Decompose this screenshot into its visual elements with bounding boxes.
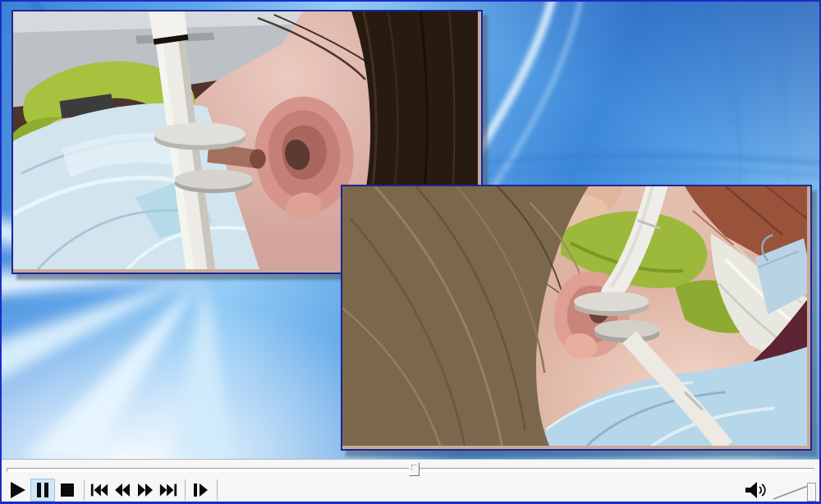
fast-forward-icon bbox=[135, 480, 155, 500]
volume-slider[interactable] bbox=[773, 483, 809, 501]
video-display-area bbox=[2, 2, 819, 459]
skip-end-icon bbox=[158, 480, 178, 500]
volume-control bbox=[744, 478, 816, 502]
transport-buttons bbox=[2, 478, 819, 502]
video-player-window bbox=[0, 0, 821, 504]
seek-bar[interactable] bbox=[2, 460, 819, 478]
playback-controls bbox=[2, 459, 819, 502]
skip-end-button[interactable] bbox=[158, 479, 179, 502]
fast-forward-button[interactable] bbox=[135, 479, 156, 502]
step-forward-icon bbox=[190, 480, 210, 500]
seek-thumb[interactable] bbox=[409, 462, 420, 476]
divider bbox=[217, 479, 218, 501]
divider bbox=[84, 479, 85, 501]
stop-icon bbox=[57, 480, 77, 500]
play-button[interactable] bbox=[7, 479, 29, 502]
divider bbox=[185, 479, 186, 501]
pause-button[interactable] bbox=[30, 479, 55, 502]
step-forward-button[interactable] bbox=[190, 479, 211, 502]
skip-start-icon bbox=[89, 480, 109, 500]
skip-start-button[interactable] bbox=[89, 479, 110, 502]
rewind-button[interactable] bbox=[112, 479, 133, 502]
play-icon bbox=[8, 480, 28, 500]
video-frame-2 bbox=[341, 185, 812, 451]
volume-handle[interactable] bbox=[807, 483, 816, 502]
speaker-icon[interactable] bbox=[744, 478, 766, 502]
pause-icon bbox=[33, 480, 53, 500]
scene-ear-tube-closeup bbox=[342, 186, 807, 446]
stop-button[interactable] bbox=[57, 479, 78, 502]
rewind-icon bbox=[112, 480, 132, 500]
